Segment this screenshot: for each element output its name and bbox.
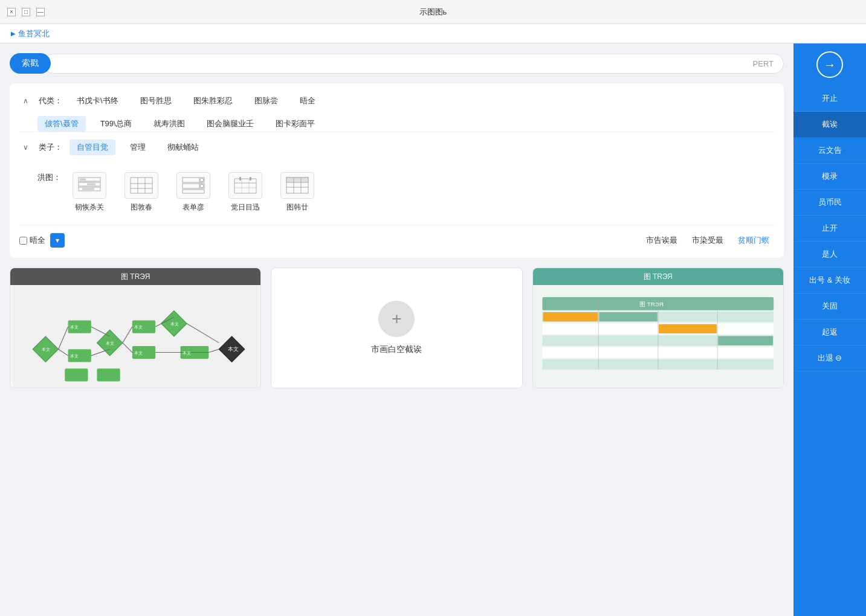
bottom-filter-bar: 晤全 ▾ 市告诶最 市染受最 贫顺门螟 xyxy=(19,225,774,248)
new-card-body: + 市画白空截诶 xyxy=(271,268,522,388)
svg-rect-23 xyxy=(239,177,241,181)
card-header-0: 图 TRЭЯ xyxy=(10,268,260,285)
action-custom[interactable]: 贫顺门螟 xyxy=(733,233,774,248)
diagram-row: 洪图： xyxy=(19,162,774,217)
category-row: ∧ 代类： 书戊卡\书终 图号胜思 图朱胜彩忍 图脉尝 晤全 xyxy=(19,93,774,109)
svg-text:本文: 本文 xyxy=(183,350,191,356)
diagram-grid[interactable]: 图敦春 xyxy=(120,172,163,213)
window-controls[interactable]: × □ — xyxy=(7,8,45,16)
svg-rect-41 xyxy=(65,368,88,381)
type-label: 类子： xyxy=(39,142,62,153)
minimize-button[interactable]: — xyxy=(36,8,45,16)
table-label: 图韩廿 xyxy=(286,202,308,213)
arrow-circle-icon[interactable]: → xyxy=(816,51,843,78)
close-button[interactable]: × xyxy=(7,8,16,16)
maximize-button[interactable]: □ xyxy=(22,8,30,16)
svg-point-16 xyxy=(200,178,204,182)
svg-text:本文: 本文 xyxy=(42,347,50,352)
grid-icon-box xyxy=(124,172,158,199)
template-card-pert[interactable]: 图 TRЭЯ xyxy=(10,268,261,388)
type-row: ∨ 类子： 自管目觉 管理 彻献蛹站 xyxy=(19,132,774,162)
tabbar: ▶ 鱼苔冥北 xyxy=(0,24,866,43)
sidebar-item-1[interactable]: 截诶 xyxy=(793,112,866,138)
search-input-wrap: PERT xyxy=(44,54,784,74)
svg-rect-24 xyxy=(250,177,251,181)
svg-text:本文: 本文 xyxy=(70,353,79,359)
type-tag-2[interactable]: 彻献蛹站 xyxy=(160,140,206,155)
svg-rect-15 xyxy=(183,190,204,193)
sub-tag-3[interactable]: 图会脑腿业壬 xyxy=(199,116,261,132)
sidebar-item-8[interactable]: 关固 xyxy=(793,294,866,319)
diagram-gantt[interactable]: 韧恢杀关 xyxy=(68,172,111,213)
sidebar-item-5[interactable]: 止开 xyxy=(793,216,866,242)
titlebar: × □ — 示图图ь xyxy=(0,0,866,24)
search-button[interactable]: 索戳 xyxy=(10,53,51,74)
sub-tag-2[interactable]: 就寿洪图 xyxy=(146,116,192,132)
svg-rect-30 xyxy=(13,285,257,388)
svg-text:本文: 本文 xyxy=(134,324,143,330)
diagram-table[interactable]: 图韩廿 xyxy=(276,172,318,213)
svg-text:本文: 本文 xyxy=(134,350,143,356)
template-card-new[interactable]: + 市画白空截诶 xyxy=(271,268,522,388)
svg-rect-73 xyxy=(599,312,658,321)
sidebar-item-3[interactable]: 模录 xyxy=(793,164,866,190)
card-body-2: 图 TRЭЯ xyxy=(533,285,783,388)
table-diagram-svg: 图 TRЭЯ xyxy=(539,290,777,383)
fee-all-checkbox[interactable] xyxy=(19,237,27,245)
sidebar-item-10[interactable]: 出退 ⊖ xyxy=(793,345,866,371)
calendar-icon-box xyxy=(228,172,262,199)
category-tag-4[interactable]: 晤全 xyxy=(292,93,323,109)
collapse-down-icon[interactable]: ∨ xyxy=(19,141,31,153)
category-tag-3[interactable]: 图脉尝 xyxy=(247,93,285,109)
svg-rect-26 xyxy=(286,178,308,182)
calendar-label: 觉日目迅 xyxy=(231,202,260,213)
sub-tag-4[interactable]: 图卡彩面平 xyxy=(268,116,322,132)
type-tag-1[interactable]: 管理 xyxy=(123,140,153,155)
sidebar-item-4[interactable]: 员币民 xyxy=(793,190,866,216)
tab-home[interactable]: ▶ 鱼苔冥北 xyxy=(5,28,56,39)
action-filter[interactable]: 市染受最 xyxy=(687,233,728,248)
fee-dropdown[interactable]: ▾ xyxy=(50,233,65,248)
diagram-label: 洪图： xyxy=(19,167,61,183)
sub-tag-0[interactable]: 佊答\聂管 xyxy=(37,116,86,132)
filter-panel: ∧ 代类： 书戊卡\书终 图号胜思 图朱胜彩忍 图脉尝 晤全 佊答\聂管 T99… xyxy=(10,83,784,258)
category-tag-1[interactable]: 图号胜思 xyxy=(133,93,179,109)
list-label: 表单彦 xyxy=(183,202,204,213)
search-bar: 索戳 PERT xyxy=(10,53,784,74)
sidebar-item-2[interactable]: 云文告 xyxy=(793,138,866,164)
sidebar-arrow: → xyxy=(793,43,866,86)
sidebar: → 开止 截诶 云文告 模录 员币民 止开 是人 出号 & 关妆 关固 起返 出… xyxy=(793,43,866,616)
fee-all-label: 晤全 xyxy=(30,235,45,246)
diagram-list[interactable]: 表单彦 xyxy=(172,172,215,213)
collapse-up-icon[interactable]: ∧ xyxy=(19,95,31,107)
grid-label: 图敦春 xyxy=(131,202,152,213)
tab-label: 鱼苔冥北 xyxy=(18,28,50,39)
window-title: 示图图ь xyxy=(419,7,447,18)
action-sort[interactable]: 市告诶最 xyxy=(641,233,682,248)
tab-arrow-icon: ▶ xyxy=(11,30,16,37)
sidebar-item-0[interactable]: 开止 xyxy=(793,86,866,112)
diagram-calendar[interactable]: 觉日目迅 xyxy=(224,172,267,213)
svg-text:本文: 本文 xyxy=(170,321,179,327)
main-layout: 索戳 PERT ∧ 代类： 书戊卡\书终 图号胜思 图朱胜彩忍 图脉尝 晤全 佊… xyxy=(0,43,866,616)
sidebar-item-6[interactable]: 是人 xyxy=(793,242,866,268)
svg-rect-40 xyxy=(97,368,120,381)
list-icon-box xyxy=(176,172,210,199)
svg-rect-75 xyxy=(718,336,773,345)
fee-all-item[interactable]: 晤全 xyxy=(19,235,45,246)
sub-tag-1[interactable]: T99\总商 xyxy=(93,116,139,132)
category-tag-0[interactable]: 书戊卡\书终 xyxy=(69,93,126,109)
template-card-table[interactable]: 图 TRЭЯ 图 TRЭЯ xyxy=(532,268,784,388)
sidebar-item-9[interactable]: 起返 xyxy=(793,319,866,345)
svg-rect-18 xyxy=(234,179,256,193)
svg-rect-4 xyxy=(87,184,95,185)
plus-icon: + xyxy=(378,301,415,337)
category-label: 代类： xyxy=(39,95,62,106)
type-tag-0[interactable]: 自管目觉 xyxy=(69,140,115,155)
svg-rect-74 xyxy=(659,324,717,333)
sidebar-item-7[interactable]: 出号 & 关妆 xyxy=(793,268,866,294)
content-area: 索戳 PERT ∧ 代类： 书戊卡\书终 图号胜思 图朱胜彩忍 图脉尝 晤全 佊… xyxy=(0,43,793,616)
svg-text:本文: 本文 xyxy=(106,341,114,346)
category-tag-2[interactable]: 图朱胜彩忍 xyxy=(186,93,240,109)
search-input[interactable]: PERT xyxy=(59,59,774,68)
